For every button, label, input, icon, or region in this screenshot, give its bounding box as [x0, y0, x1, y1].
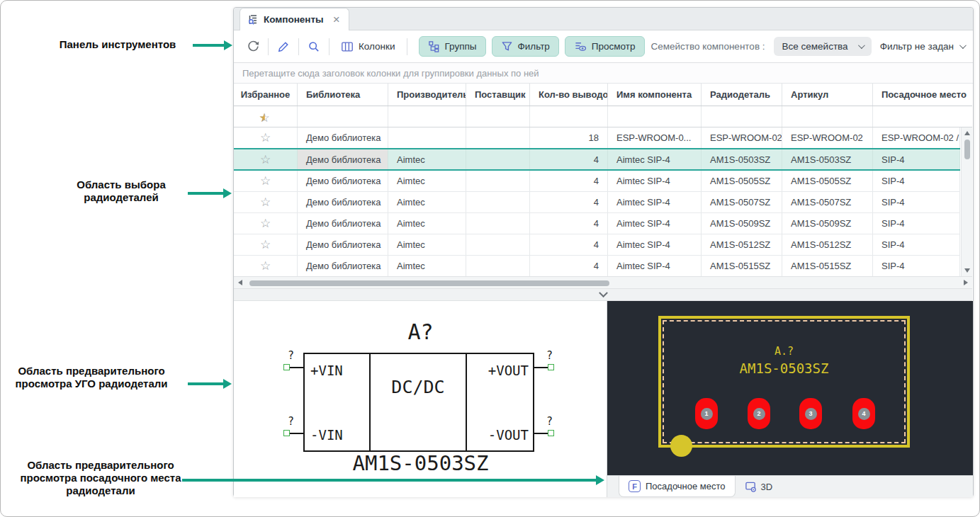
pin-wire [290, 367, 304, 368]
symbol-right-section: +VOUT -VOUT [467, 354, 533, 450]
table-row[interactable]: ☆ Демо библиотека Aimtec 4 Aimtec SIP-4 … [234, 192, 960, 213]
star-icon[interactable]: ☆ [260, 260, 271, 272]
cell-article: ESP-WROOM-02 [782, 127, 873, 148]
tab-components[interactable]: Компоненты × [240, 8, 349, 30]
filter-cell[interactable] [702, 106, 782, 127]
columns-label: Колонки [359, 41, 395, 52]
filter-status-select[interactable]: Фильтр не задан [880, 41, 964, 52]
tab-footprint[interactable]: F Посадочное место [619, 476, 736, 497]
group-by-bar[interactable]: Перетащите сюда заголовок колонки для гр… [234, 63, 973, 84]
scroll-up-arrow[interactable] [964, 131, 970, 135]
column-header-footprint[interactable]: Посадочное место [873, 84, 972, 106]
tab-3d-label: 3D [761, 482, 773, 492]
scroll-down-arrow[interactable] [964, 268, 970, 273]
cell-manufacturer: Aimtec [388, 234, 466, 255]
table-row[interactable]: ☆ Демо библиотека Aimtec 4 Aimtec SIP-4 … [234, 234, 960, 256]
cell-pincount: 4 [530, 234, 608, 255]
tab-close-icon[interactable]: × [333, 13, 340, 25]
scroll-left-arrow[interactable] [238, 280, 242, 285]
columns-button[interactable]: Колонки [335, 38, 401, 56]
cell-article: AM1S-0503SZ [782, 149, 873, 169]
filter-cell[interactable] [298, 106, 388, 127]
filter-cell[interactable] [388, 106, 466, 127]
column-header-library[interactable]: Библиотека [298, 84, 388, 106]
cell-article: AM1S-0505SZ [782, 171, 873, 191]
table-row[interactable]: ☆ Демо библиотека 18 ESP-WROOM-0... ESP-… [234, 127, 960, 149]
toolbar-separator [298, 38, 299, 55]
document-tabbar: Компоненты × [234, 8, 973, 30]
favorite-cell: ☆ [234, 171, 298, 191]
cell-pincount: 4 [530, 149, 608, 169]
scroll-right-arrow[interactable] [964, 280, 968, 285]
tab-footprint-label: Посадочное место [646, 481, 726, 492]
symbol-part-name: AM1S-0503SZ [234, 451, 607, 475]
filter-cell[interactable] [466, 106, 530, 127]
star-icon[interactable]: ☆ [260, 175, 271, 187]
toolbar-separator [407, 38, 407, 55]
cell-manufacturer [388, 127, 466, 148]
column-header-article[interactable]: Артикул [782, 84, 873, 106]
favorites-filter-row: ★ ☆ [234, 106, 972, 127]
cell-library: Демо библиотека [298, 256, 388, 276]
preview-toggle[interactable]: Просмотр [565, 36, 645, 57]
favorites-filter-cell[interactable]: ★ ☆ [234, 106, 298, 127]
cell-library: Демо библиотека [298, 171, 388, 191]
preview-splitter[interactable] [234, 289, 972, 301]
preview-tabbar: F Посадочное место 3D [607, 475, 973, 497]
collapse-chevron-icon[interactable] [599, 288, 608, 297]
symbol-preview-pane[interactable]: A? +VIN -VIN DC/DC +VOUT -VOUT [234, 301, 607, 497]
footprint-pad: 2 [748, 398, 770, 429]
edit-button[interactable] [274, 38, 293, 56]
star-icon[interactable]: ☆ [260, 217, 271, 229]
pin-label-vin-plus: +VIN [310, 363, 343, 378]
symbol-body: +VIN -VIN DC/DC +VOUT -VOUT [303, 353, 534, 452]
filter-cell[interactable] [873, 106, 972, 127]
cell-manufacturer: Aimtec [388, 149, 466, 169]
table-row[interactable]: ☆ Демо библиотека Aimtec 4 Aimtec SIP-4 … [234, 213, 960, 234]
footprint-canvas[interactable]: A.? AM1S-0503SZ 1234 [607, 301, 973, 475]
vertical-scrollbar[interactable] [961, 127, 972, 276]
search-button[interactable] [305, 38, 323, 56]
column-header-manufacturer[interactable]: Производитель [388, 84, 466, 106]
cell-supplier [466, 192, 530, 212]
vertical-scrollbar-thumb[interactable] [964, 140, 970, 159]
filter-toggle[interactable]: Фильтр [492, 36, 559, 57]
cell-pincount: 4 [530, 192, 608, 212]
half-star-icon[interactable]: ★ ☆ [259, 110, 272, 123]
filter-cell[interactable] [782, 106, 873, 127]
table-row[interactable]: ☆ Демо библиотека Aimtec 4 Aimtec SIP-4 … [234, 148, 960, 171]
cell-part: AM1S-0505SZ [702, 171, 782, 191]
table-row[interactable]: ☆ Демо библиотека Aimtec 4 Aimtec SIP-4 … [234, 171, 960, 192]
annotation-arrow-toolbar [193, 44, 224, 47]
cell-supplier [466, 127, 530, 148]
pin-wire [534, 367, 548, 368]
annotation-symbol-preview: Область предварительного просмотра УГО р… [6, 365, 177, 390]
star-icon[interactable]: ☆ [260, 196, 271, 208]
cell-manufacturer: Aimtec [388, 192, 466, 212]
groups-toggle[interactable]: Группы [419, 36, 486, 57]
column-header-favorites[interactable]: Избранное [234, 84, 298, 106]
table-row[interactable]: ☆ Демо библиотека Aimtec 4 Aimtec SIP-4 … [234, 256, 960, 277]
cell-pincount: 4 [530, 213, 608, 234]
filter-cell[interactable] [530, 106, 608, 127]
horizontal-scrollbar-thumb[interactable] [249, 280, 609, 286]
column-header-supplier[interactable]: Поставщик [466, 84, 530, 106]
column-header-pincount[interactable]: Кол-во выводов [530, 84, 608, 106]
family-select[interactable]: Все семейства [774, 37, 872, 56]
column-header-part[interactable]: Радиодеталь [702, 84, 782, 106]
tab-3d[interactable]: 3D [736, 476, 782, 497]
half-star-outline: ☆ [259, 110, 270, 125]
pin-terminal [548, 430, 554, 436]
star-icon[interactable]: ☆ [260, 132, 271, 144]
pin-wire [534, 433, 548, 434]
pin-terminal [283, 430, 290, 436]
refresh-button[interactable] [244, 38, 262, 56]
symbol-center-section: DC/DC [371, 354, 467, 450]
column-header-component-name[interactable]: Имя компонента [608, 84, 702, 106]
star-icon[interactable]: ☆ [260, 154, 271, 166]
pad-number: 1 [701, 408, 713, 420]
horizontal-scrollbar[interactable] [234, 276, 972, 289]
star-icon[interactable]: ☆ [260, 239, 271, 251]
pin-number-unassigned: ? [288, 415, 294, 428]
filter-cell[interactable] [608, 106, 702, 127]
